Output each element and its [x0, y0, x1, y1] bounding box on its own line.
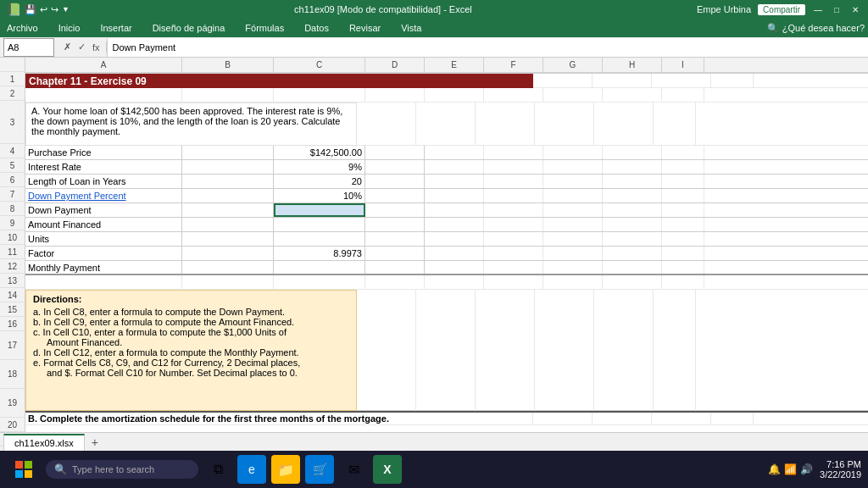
cell-i-dir[interactable]	[654, 290, 696, 411]
cell-f-dir[interactable]	[476, 290, 535, 411]
cell-e10[interactable]	[425, 232, 484, 246]
file-explorer-icon[interactable]: 📁	[271, 455, 300, 484]
cell-f7[interactable]	[484, 189, 543, 202]
add-sheet-button[interactable]: +	[86, 434, 103, 451]
cell-e13[interactable]	[425, 275, 484, 289]
cell-e7[interactable]	[425, 189, 484, 202]
cell-f10[interactable]	[484, 232, 543, 246]
quick-redo[interactable]: ↪	[51, 4, 58, 15]
cell-a5[interactable]: Interest Rate	[25, 160, 182, 174]
menu-vista[interactable]: Vista	[398, 21, 425, 35]
network-icon[interactable]: 📶	[784, 463, 797, 475]
cell-g12[interactable]	[543, 261, 603, 274]
menu-formulas[interactable]: Fórmulas	[242, 21, 287, 35]
cell-d8[interactable]	[365, 203, 425, 217]
cell-b6[interactable]	[182, 175, 274, 188]
cell-h13[interactable]	[603, 275, 662, 289]
cell-h1[interactable]	[652, 74, 711, 87]
insert-function-icon[interactable]: fx	[90, 42, 103, 53]
start-button[interactable]	[7, 452, 41, 486]
confirm-formula-icon[interactable]: ✓	[75, 42, 88, 53]
cell-h-dir[interactable]	[594, 290, 654, 411]
cell-d2[interactable]	[365, 88, 425, 102]
menu-revisar[interactable]: Revisar	[346, 21, 384, 35]
store-icon[interactable]: 🛒	[305, 455, 334, 484]
cell-b11[interactable]	[182, 247, 274, 260]
cell-e12[interactable]	[425, 261, 484, 274]
cell-a6[interactable]: Length of Loan in Years	[25, 175, 182, 188]
share-button[interactable]: Compartir	[758, 4, 805, 15]
cell-a13[interactable]	[25, 275, 182, 289]
cell-a9[interactable]: Amount Financed	[25, 218, 182, 231]
sheet-tab-ch11ex09[interactable]: ch11ex09.xlsx	[3, 434, 85, 451]
notification-icon[interactable]: 🔔	[768, 463, 781, 475]
cell-f6[interactable]	[484, 175, 543, 188]
cell-f2[interactable]	[484, 88, 543, 102]
cell-d5[interactable]	[365, 160, 425, 174]
cell-d9[interactable]	[365, 218, 425, 231]
cell-b5[interactable]	[182, 160, 274, 174]
menu-archivo[interactable]: Archivo	[3, 21, 42, 35]
cell-c10[interactable]	[274, 232, 365, 246]
cell-i1[interactable]	[711, 74, 754, 87]
formula-input[interactable]	[107, 38, 868, 57]
cell-g5[interactable]	[543, 160, 603, 174]
cell-g2[interactable]	[543, 88, 603, 102]
quick-save[interactable]: 💾	[25, 4, 36, 15]
cell-e6[interactable]	[425, 175, 484, 188]
cell-h8[interactable]	[603, 203, 662, 217]
cell-f8[interactable]	[484, 203, 543, 217]
cell-i11[interactable]	[662, 247, 704, 260]
cell-g4[interactable]	[543, 146, 603, 159]
cell-i5[interactable]	[662, 160, 704, 174]
cell-i13[interactable]	[662, 275, 704, 289]
cell-g9[interactable]	[543, 218, 603, 231]
cell-a7[interactable]: Down Payment Percent	[25, 189, 182, 202]
cell-e-dir[interactable]	[416, 290, 476, 411]
cell-i22[interactable]	[711, 413, 754, 424]
cell-f5[interactable]	[484, 160, 543, 174]
excel-taskbar-icon[interactable]: X	[373, 455, 402, 484]
cell-d-dir[interactable]	[357, 290, 416, 411]
menu-insertar[interactable]: Insertar	[97, 21, 135, 35]
cell-d10[interactable]	[365, 232, 425, 246]
cell-h7[interactable]	[603, 189, 662, 202]
cell-reference-input[interactable]	[3, 38, 54, 57]
cell-g1[interactable]	[593, 74, 652, 87]
menu-datos[interactable]: Datos	[301, 21, 332, 35]
cell-g13[interactable]	[543, 275, 603, 289]
cell-h11[interactable]	[603, 247, 662, 260]
cell-f13[interactable]	[484, 275, 543, 289]
cell-c5[interactable]: 9%	[274, 160, 365, 174]
menu-inicio[interactable]: Inicio	[55, 21, 84, 35]
cell-b7[interactable]	[182, 189, 274, 202]
cell-c2[interactable]	[274, 88, 365, 102]
cell-g8[interactable]	[543, 203, 603, 217]
cell-a10[interactable]: Units	[25, 232, 182, 246]
quick-dropdown[interactable]: ▼	[62, 5, 70, 14]
cell-h5[interactable]	[603, 160, 662, 174]
cell-b8[interactable]	[182, 203, 274, 217]
cell-i3[interactable]	[654, 103, 696, 146]
cell-b4[interactable]	[182, 146, 274, 159]
cell-f1[interactable]	[533, 74, 593, 87]
cell-f22[interactable]	[533, 413, 593, 424]
cell-i2[interactable]	[662, 88, 704, 102]
cell-e8[interactable]	[425, 203, 484, 217]
cell-d4[interactable]	[365, 146, 425, 159]
restore-btn[interactable]: □	[831, 3, 843, 15]
cell-b13[interactable]	[182, 275, 274, 289]
minimize-btn[interactable]: —	[812, 3, 824, 15]
cell-g3[interactable]	[535, 103, 594, 146]
cell-h10[interactable]	[603, 232, 662, 246]
task-view-button[interactable]: ⧉	[203, 455, 232, 484]
mail-icon[interactable]: ✉	[339, 455, 368, 484]
cell-c11[interactable]: 8.9973	[274, 247, 365, 260]
cell-h2[interactable]	[603, 88, 662, 102]
cell-b12[interactable]	[182, 261, 274, 274]
cell-h22[interactable]	[652, 413, 711, 424]
quick-undo[interactable]: ↩	[40, 4, 47, 15]
cell-a12[interactable]: Monthly Payment	[25, 261, 182, 274]
cell-h6[interactable]	[603, 175, 662, 188]
help-search[interactable]: 🔍 ¿Qué desea hacer?	[767, 23, 865, 34]
